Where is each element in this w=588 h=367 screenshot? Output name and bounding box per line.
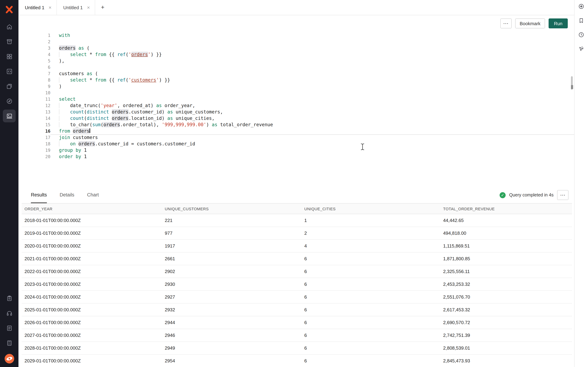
code-token: 1 bbox=[81, 148, 87, 153]
sidebar-item-windows[interactable] bbox=[3, 80, 16, 92]
editor-tab[interactable]: Untitled 1× bbox=[57, 0, 95, 15]
column-header[interactable]: UNIQUE_CITIES bbox=[302, 207, 440, 211]
bookmark-button[interactable]: Bookmark bbox=[515, 18, 545, 28]
table-row[interactable]: 2020-01-01T00:00:00.000Z191741,115,869.5… bbox=[22, 240, 572, 252]
code-token: ref bbox=[117, 52, 126, 57]
line-number: 11 bbox=[18, 96, 51, 102]
panel-button-history[interactable] bbox=[577, 31, 586, 39]
code-token: , ordered_at) bbox=[117, 103, 156, 108]
tab-close-icon[interactable]: × bbox=[49, 5, 52, 10]
sql-editor[interactable]: 1with23orders as (4 select * from {{ ref… bbox=[18, 32, 574, 187]
code-line[interactable]: 5), bbox=[18, 58, 574, 64]
table-cell: 2021-01-01T00:00:00.000Z bbox=[22, 256, 162, 261]
table-cell: 6 bbox=[302, 294, 440, 300]
code-line[interactable]: 11select bbox=[18, 96, 574, 102]
code-line[interactable]: 17join customers bbox=[18, 134, 574, 141]
code-token bbox=[59, 141, 70, 146]
table-row[interactable]: 2025-01-01T00:00:00.000Z293262,617,453.3… bbox=[22, 304, 572, 316]
results-tabbar: ResultsDetailsChart ✓ Query completed in… bbox=[18, 187, 574, 203]
sidebar-item-home[interactable] bbox=[3, 20, 16, 33]
more-options-button[interactable]: ⋯ bbox=[500, 18, 511, 28]
code-token: select bbox=[59, 96, 76, 102]
sidebar-item-compass[interactable] bbox=[3, 95, 16, 108]
code-line[interactable]: 8 select * from {{ ref('customers') }} bbox=[18, 77, 574, 83]
sidebar-item-clipboard[interactable] bbox=[3, 292, 16, 305]
line-number: 16 bbox=[18, 128, 51, 134]
table-row[interactable]: 2018-01-01T00:00:00.000Z221144,442.65 bbox=[22, 214, 572, 227]
table-row[interactable]: 2023-01-01T00:00:00.000Z293062,453,253.3… bbox=[22, 278, 572, 291]
column-header[interactable]: ORDER_YEAR bbox=[22, 207, 162, 211]
code-line[interactable]: 13 count(distinct orders.customer_id) as… bbox=[18, 109, 574, 115]
code-token: select bbox=[70, 52, 87, 57]
table-row[interactable]: 2021-01-01T00:00:00.000Z266161,871,800.8… bbox=[22, 252, 572, 265]
code-line[interactable]: 14 count(distinct orders.location_id) as… bbox=[18, 115, 574, 122]
sidebar-item-headphones[interactable] bbox=[3, 307, 16, 319]
tab-close-icon[interactable]: × bbox=[87, 5, 90, 10]
success-check-icon: ✓ bbox=[500, 192, 506, 198]
panel-button-bookmark[interactable] bbox=[577, 16, 586, 25]
panel-button-copilot[interactable] bbox=[577, 2, 586, 11]
terminal-icon bbox=[6, 113, 13, 119]
results-tab-results[interactable]: Results bbox=[31, 187, 47, 203]
table-row[interactable]: 2024-01-01T00:00:00.000Z292762,551,076.7… bbox=[22, 291, 572, 304]
run-button[interactable]: Run bbox=[549, 18, 568, 28]
panel-button-pointer[interactable] bbox=[577, 45, 586, 53]
code-token: as bbox=[78, 45, 84, 51]
table-row[interactable]: 2029-01-01T00:00:00.000Z295462,845,473.9… bbox=[22, 355, 572, 367]
code-line[interactable]: 2 bbox=[18, 39, 574, 45]
editor-tab[interactable]: Untitled 1× bbox=[18, 0, 57, 15]
results-tab-details[interactable]: Details bbox=[60, 187, 74, 203]
table-cell: 2954 bbox=[162, 358, 302, 363]
code-token: group by bbox=[59, 148, 81, 153]
column-header[interactable]: UNIQUE_CUSTOMERS bbox=[162, 207, 302, 211]
code-line[interactable]: 9) bbox=[18, 83, 574, 90]
code-line[interactable]: 20order by 1 bbox=[18, 154, 574, 160]
table-row[interactable]: 2027-01-01T00:00:00.000Z294662,742,751.3… bbox=[22, 329, 572, 342]
sidebar-item-journal[interactable] bbox=[3, 322, 16, 334]
results-tabs: ResultsDetailsChart bbox=[31, 187, 112, 203]
code-line[interactable]: 4 select * from {{ ref('orders') }} bbox=[18, 51, 574, 58]
code-line[interactable]: 15 to_char(sum(orders.order_total), '999… bbox=[18, 122, 574, 128]
code-line[interactable]: 10 bbox=[18, 90, 574, 96]
query-status: ✓ Query completed in 4s ⋯ bbox=[500, 190, 569, 200]
results-more-button[interactable]: ⋯ bbox=[557, 190, 569, 200]
user-avatar[interactable] bbox=[4, 354, 14, 363]
app-logo[interactable] bbox=[5, 0, 14, 19]
new-tab-button[interactable]: + bbox=[95, 0, 110, 15]
table-row[interactable]: 2026-01-01T00:00:00.000Z294462,690,570.7… bbox=[22, 316, 572, 329]
left-sidebar bbox=[0, 0, 18, 367]
table-cell: 2,551,076.70 bbox=[440, 294, 572, 300]
code-line[interactable]: 12 date_trunc('year', ordered_at) as ord… bbox=[18, 102, 574, 109]
sidebar-item-calculator[interactable] bbox=[3, 336, 16, 349]
code-token: 1 bbox=[81, 154, 87, 159]
sidebar-item-terminal[interactable] bbox=[3, 109, 16, 122]
code-token bbox=[59, 122, 70, 127]
table-cell: 2028-01-01T00:00:00.000Z bbox=[22, 345, 162, 351]
table-cell: 2944 bbox=[162, 320, 302, 325]
sidebar-item-code-block[interactable] bbox=[3, 65, 16, 78]
code-text: to_char(sum(orders.order_total), '999,99… bbox=[51, 122, 574, 128]
column-header[interactable]: TOTAL_ORDER_REVENUE bbox=[440, 207, 572, 211]
main-area: Untitled 1×Untitled 1× + ⋯ Bookmark Run … bbox=[18, 0, 574, 367]
table-body: 2018-01-01T00:00:00.000Z221144,442.65201… bbox=[22, 214, 572, 367]
code-token: .location_id) bbox=[128, 116, 167, 121]
table-cell: 4 bbox=[302, 243, 440, 249]
code-token: count bbox=[70, 116, 84, 121]
code-line[interactable]: 1with bbox=[18, 32, 574, 39]
code-line[interactable]: 6 bbox=[18, 64, 574, 71]
code-line[interactable]: 18 on orders.customer_id = customers.cus… bbox=[18, 141, 574, 147]
sidebar-item-grid[interactable] bbox=[3, 50, 16, 63]
table-row[interactable]: 2019-01-01T00:00:00.000Z9772494,818.00 bbox=[22, 227, 572, 240]
table-cell: 1,871,800.85 bbox=[440, 256, 572, 261]
table-cell: 2,453,253.32 bbox=[440, 282, 572, 287]
line-number: 17 bbox=[18, 134, 51, 141]
code-line[interactable]: 19group by 1 bbox=[18, 147, 574, 154]
code-line[interactable]: 3orders as ( bbox=[18, 45, 574, 51]
table-row[interactable]: 2028-01-01T00:00:00.000Z294962,808,539.0… bbox=[22, 342, 572, 355]
sidebar-item-archive[interactable] bbox=[3, 35, 16, 48]
results-tab-chart[interactable]: Chart bbox=[87, 187, 99, 203]
code-line[interactable]: 7customers as ( bbox=[18, 71, 574, 77]
scrollbar-marker bbox=[571, 85, 573, 89]
table-row[interactable]: 2022-01-01T00:00:00.000Z290262,325,556.1… bbox=[22, 265, 572, 278]
code-line[interactable]: 16from orders bbox=[18, 128, 574, 134]
